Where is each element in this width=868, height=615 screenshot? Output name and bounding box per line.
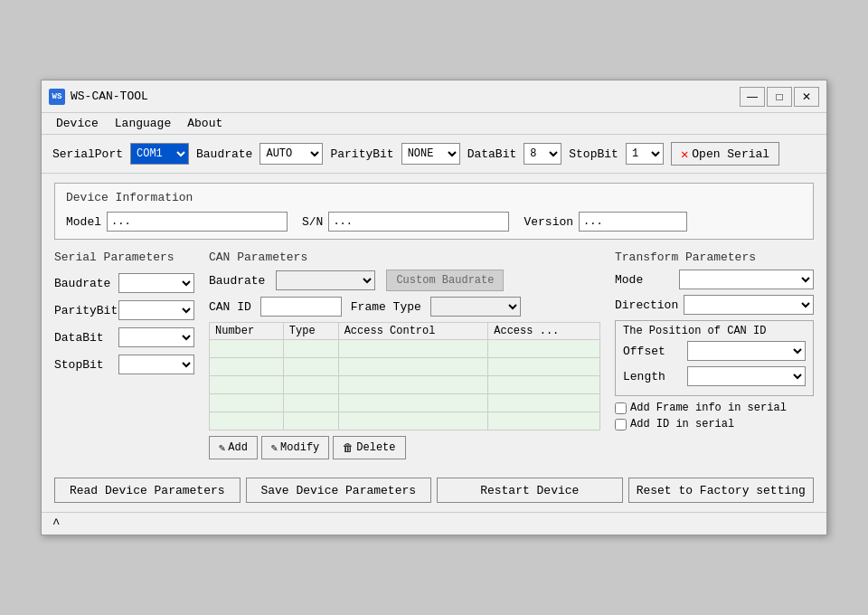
title-bar-left: WS WS-CAN-TOOL: [49, 89, 148, 105]
add-frame-info-label: Add Frame info in serial: [630, 402, 787, 414]
serial-parity-row: ParityBit: [54, 300, 194, 320]
table-cell: [210, 394, 284, 412]
add-id-row: Add ID in serial: [615, 418, 814, 430]
add-frame-info-row: Add Frame info in serial: [615, 402, 814, 414]
serial-parity-select[interactable]: [118, 300, 194, 320]
length-select[interactable]: [687, 366, 806, 386]
chevron-up-icon[interactable]: ^: [52, 516, 60, 531]
can-id-input[interactable]: [260, 297, 342, 317]
table-row: [210, 412, 600, 430]
add-button[interactable]: ✎ Add: [209, 436, 258, 459]
footer: ^: [42, 512, 826, 535]
minimize-button[interactable]: —: [740, 87, 765, 107]
serial-stopbit-row: StopBit: [54, 355, 194, 374]
parity-bit-toolbar-select[interactable]: NONE ODD EVEN: [401, 143, 460, 165]
close-button[interactable]: ✕: [794, 87, 819, 107]
main-content: Device Information Model S/N Version: [42, 174, 826, 478]
table-cell: [283, 412, 338, 430]
menu-device[interactable]: Device: [49, 115, 106, 132]
model-field: Model: [66, 212, 288, 232]
can-filter-table: Number Type Access Control Access ...: [209, 322, 600, 430]
col-access-control: Access Control: [338, 323, 488, 340]
can-table-buttons: ✎ Add ✎ Modify 🗑 Delete: [209, 436, 600, 459]
can-params-section: CAN Parameters Baudrate Custom Baudrate …: [209, 251, 600, 459]
serial-stopbit-select[interactable]: [118, 355, 194, 374]
device-info-title: Device Information: [66, 191, 802, 204]
direction-row: Direction: [615, 295, 814, 315]
serial-databit-select[interactable]: [118, 327, 194, 347]
custom-baudrate-button[interactable]: Custom Baudrate: [386, 270, 504, 291]
menu-language[interactable]: Language: [108, 115, 178, 132]
serial-port-select[interactable]: COM1 COM2 COM3: [130, 143, 189, 165]
sn-input[interactable]: [328, 212, 509, 232]
serial-port-label: SerialPort: [52, 147, 123, 161]
table-cell: [488, 340, 600, 358]
read-device-params-button[interactable]: Read Device Parameters: [54, 478, 241, 503]
serial-baudrate-select[interactable]: [118, 273, 194, 293]
serial-params-title: Serial Parameters: [54, 251, 194, 264]
restart-device-button[interactable]: Restart Device: [437, 478, 623, 503]
menu-about[interactable]: About: [180, 115, 230, 132]
baudrate-toolbar-select[interactable]: AUTO 9600 115200: [259, 143, 323, 165]
model-label: Model: [66, 215, 101, 229]
modify-icon: ✎: [271, 441, 278, 455]
data-bit-toolbar-select[interactable]: 8 7 6: [524, 143, 561, 165]
add-frame-info-checkbox[interactable]: [615, 402, 627, 414]
delete-button[interactable]: 🗑 Delete: [333, 436, 405, 459]
table-cell: [488, 394, 600, 412]
table-cell: [338, 340, 488, 358]
menu-bar: Device Language About: [42, 113, 826, 135]
table-cell: [338, 394, 488, 412]
table-cell: [283, 358, 338, 376]
data-bit-toolbar-label: DataBit: [467, 147, 517, 161]
window-title: WS-CAN-TOOL: [71, 90, 148, 103]
table-cell: [210, 340, 284, 358]
maximize-button[interactable]: □: [767, 87, 792, 107]
modify-button[interactable]: ✎ Modify: [261, 436, 329, 459]
version-input[interactable]: [579, 212, 687, 232]
can-baudrate-select[interactable]: [276, 270, 375, 290]
col-number: Number: [210, 323, 284, 340]
reset-factory-button[interactable]: Reset to Factory setting: [628, 478, 815, 503]
parity-bit-toolbar-label: ParityBit: [330, 147, 393, 161]
model-input[interactable]: [107, 212, 288, 232]
can-baudrate-label: Baudrate: [209, 274, 265, 288]
mode-select[interactable]: [679, 270, 814, 289]
transform-params-title: Transform Parameters: [615, 251, 814, 264]
frame-type-select[interactable]: [430, 297, 521, 317]
serial-params-section: Serial Parameters Baudrate ParityBit Dat…: [54, 251, 194, 459]
table-row: [210, 340, 600, 358]
stop-bit-toolbar-select[interactable]: 1 2: [626, 143, 664, 165]
table-cell: [488, 412, 600, 430]
length-row: Length: [623, 366, 806, 386]
can-id-position-box: The Position of CAN ID Offset Length: [615, 320, 814, 396]
col-access: Access ...: [488, 323, 600, 340]
can-id-row: CAN ID Frame Type: [209, 297, 600, 317]
col-type: Type: [283, 323, 338, 340]
open-serial-button[interactable]: ✕ Open Serial: [671, 142, 779, 166]
direction-select[interactable]: [684, 295, 814, 315]
save-device-params-button[interactable]: Save Device Parameters: [246, 478, 432, 503]
device-info-row: Model S/N Version: [66, 212, 802, 232]
offset-row: Offset: [623, 341, 806, 361]
baudrate-toolbar-label: Baudrate: [196, 147, 252, 161]
toolbar: SerialPort COM1 COM2 COM3 Baudrate AUTO …: [42, 135, 826, 174]
offset-select[interactable]: [687, 341, 806, 361]
version-label: Version: [524, 215, 573, 229]
sn-label: S/N: [302, 215, 323, 229]
title-bar: WS WS-CAN-TOOL — □ ✕: [42, 80, 826, 113]
serial-baudrate-label: Baudrate: [54, 277, 113, 290]
table-cell: [210, 358, 284, 376]
main-window: WS WS-CAN-TOOL — □ ✕ Device Language Abo…: [41, 80, 827, 535]
table-cell: [283, 376, 338, 394]
sn-field: S/N: [302, 212, 509, 232]
can-params-title: CAN Parameters: [209, 251, 600, 264]
serial-databit-label: DataBit: [54, 331, 113, 345]
transform-params-section: Transform Parameters Mode Direction The …: [615, 251, 814, 459]
table-cell: [283, 340, 338, 358]
table-row: [210, 376, 600, 394]
add-id-checkbox[interactable]: [615, 419, 627, 430]
table-cell: [210, 412, 284, 430]
table-cell: [488, 358, 600, 376]
can-top-row: Baudrate Custom Baudrate: [209, 270, 600, 291]
